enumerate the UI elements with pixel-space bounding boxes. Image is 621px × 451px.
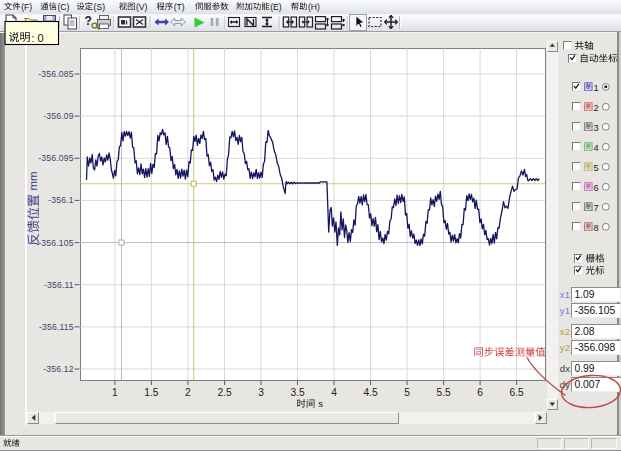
svg-text:3: 3 [258, 387, 264, 398]
svg-text:4.5: 4.5 [363, 387, 377, 398]
svg-text:5.5: 5.5 [437, 387, 451, 398]
svg-text:(V): (V) [136, 2, 148, 12]
svg-text:x1: x1 [560, 289, 570, 300]
svg-text:(C): (C) [58, 2, 70, 12]
svg-text:(H): (H) [308, 2, 320, 12]
svg-text:(F): (F) [21, 2, 32, 12]
svg-text:(S): (S) [94, 2, 106, 12]
svg-text:y1: y1 [560, 305, 570, 316]
svg-text:-356.11: -356.11 [44, 280, 74, 290]
svg-text:6.5: 6.5 [510, 387, 524, 398]
svg-text:5: 5 [594, 163, 599, 173]
svg-text:: 0: : 0 [32, 32, 44, 44]
svg-text:0.007: 0.007 [575, 379, 601, 390]
svg-text:(E): (E) [270, 2, 282, 12]
svg-text:1: 1 [112, 387, 118, 398]
svg-text:-356.09: -356.09 [43, 111, 74, 121]
svg-text:y2: y2 [560, 342, 570, 353]
svg-text:?: ? [85, 14, 92, 28]
svg-text:2.5: 2.5 [217, 387, 231, 398]
svg-text:-356.1: -356.1 [48, 195, 74, 205]
svg-text:(T): (T) [174, 2, 185, 12]
svg-text:s: s [318, 398, 323, 409]
svg-text:0.99: 0.99 [575, 363, 595, 374]
svg-text:2: 2 [594, 103, 599, 113]
svg-text:4: 4 [594, 143, 599, 153]
svg-text:mm: mm [27, 171, 39, 190]
svg-text:3: 3 [594, 123, 599, 133]
svg-text:8: 8 [594, 223, 599, 233]
svg-text:6: 6 [477, 387, 483, 398]
svg-text:4: 4 [331, 387, 337, 398]
svg-text:-356.105: -356.105 [575, 305, 616, 316]
svg-text:5: 5 [404, 387, 410, 398]
svg-text:1: 1 [594, 83, 599, 93]
svg-text:6: 6 [594, 183, 599, 193]
svg-text:-356.095: -356.095 [38, 153, 74, 163]
svg-text:2.08: 2.08 [575, 326, 595, 337]
svg-text:3.5: 3.5 [290, 387, 304, 398]
svg-text:1.5: 1.5 [144, 387, 158, 398]
svg-text:-356.085: -356.085 [38, 69, 74, 79]
svg-text:2: 2 [185, 387, 191, 398]
svg-text:x2: x2 [560, 326, 570, 337]
svg-text:-356.105: -356.105 [38, 238, 74, 248]
svg-text:-356.115: -356.115 [39, 322, 74, 332]
svg-text:7: 7 [594, 203, 599, 213]
svg-text:1.09: 1.09 [575, 289, 595, 300]
svg-text:-356.12: -356.12 [43, 364, 74, 374]
svg-text:-356.098: -356.098 [575, 342, 616, 353]
svg-text:dx: dx [560, 363, 570, 374]
